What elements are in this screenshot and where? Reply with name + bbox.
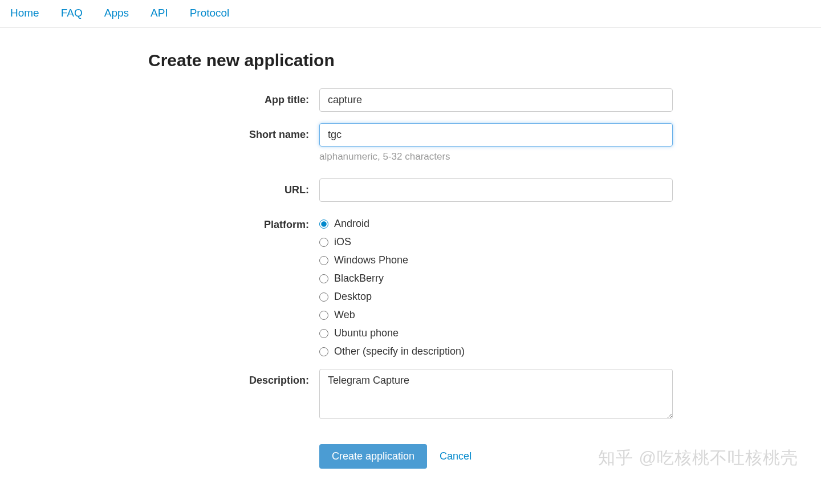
input-app-title[interactable] [319, 88, 673, 112]
row-description: Description: [148, 369, 673, 421]
radio-web-label: Web [334, 309, 355, 321]
main-container: Create new application App title: Short … [137, 28, 684, 503]
help-short-name: alphanumeric, 5-32 characters [319, 151, 673, 162]
radio-windows-phone-input[interactable] [319, 256, 328, 265]
form-actions: Create application Cancel [319, 444, 673, 469]
radio-ubuntu-phone[interactable]: Ubuntu phone [319, 327, 673, 339]
label-url: URL: [148, 178, 319, 202]
radio-android-label: Android [334, 218, 369, 230]
nav-faq[interactable]: FAQ [61, 7, 83, 19]
radio-other-input[interactable] [319, 347, 328, 356]
label-description: Description: [148, 369, 319, 421]
radio-desktop-label: Desktop [334, 291, 372, 303]
input-description[interactable] [319, 369, 673, 419]
wrap-description [319, 369, 673, 421]
nav-home[interactable]: Home [10, 7, 39, 19]
wrap-platform: Android iOS Windows Phone BlackBerry Des… [319, 218, 673, 357]
row-url: URL: [148, 178, 673, 202]
spacer-actions [148, 433, 319, 469]
radio-blackberry[interactable]: BlackBerry [319, 273, 673, 284]
radio-ios-label: iOS [334, 236, 351, 248]
row-short-name: Short name: alphanumeric, 5-32 character… [148, 123, 673, 162]
nav-apps[interactable]: Apps [104, 7, 129, 19]
radio-ubuntu-phone-input[interactable] [319, 329, 328, 338]
radio-android-input[interactable] [319, 220, 328, 229]
radio-blackberry-label: BlackBerry [334, 273, 384, 284]
label-short-name: Short name: [148, 123, 319, 162]
nav-protocol[interactable]: Protocol [190, 7, 230, 19]
top-nav: Home FAQ Apps API Protocol [0, 0, 821, 28]
wrap-short-name: alphanumeric, 5-32 characters [319, 123, 673, 162]
radio-other-label: Other (specify in description) [334, 346, 465, 357]
platform-radio-group: Android iOS Windows Phone BlackBerry Des… [319, 218, 673, 357]
nav-api[interactable]: API [151, 7, 168, 19]
label-platform: Platform: [148, 218, 319, 357]
row-app-title: App title: [148, 88, 673, 112]
radio-blackberry-input[interactable] [319, 274, 328, 283]
row-actions: Create application Cancel [148, 433, 673, 469]
cancel-button[interactable]: Cancel [440, 450, 472, 462]
radio-ios-input[interactable] [319, 238, 328, 247]
wrap-url [319, 178, 673, 202]
input-url[interactable] [319, 178, 673, 202]
radio-desktop-input[interactable] [319, 292, 328, 302]
radio-web-input[interactable] [319, 311, 328, 320]
radio-windows-phone-label: Windows Phone [334, 254, 408, 266]
radio-windows-phone[interactable]: Windows Phone [319, 254, 673, 266]
radio-ios[interactable]: iOS [319, 236, 673, 248]
input-short-name[interactable] [319, 123, 673, 147]
row-platform: Platform: Android iOS Windows Phone Blac… [148, 218, 673, 357]
radio-desktop[interactable]: Desktop [319, 291, 673, 303]
radio-android[interactable]: Android [319, 218, 673, 230]
radio-ubuntu-phone-label: Ubuntu phone [334, 327, 399, 339]
page-title: Create new application [148, 51, 673, 70]
submit-button[interactable]: Create application [319, 444, 427, 469]
radio-other[interactable]: Other (specify in description) [319, 346, 673, 357]
wrap-app-title [319, 88, 673, 112]
radio-web[interactable]: Web [319, 309, 673, 321]
label-app-title: App title: [148, 88, 319, 112]
